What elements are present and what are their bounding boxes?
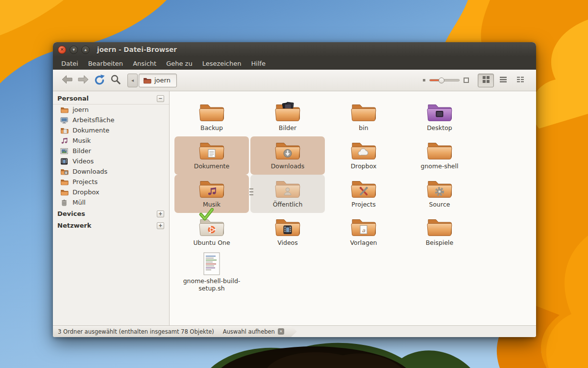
sidebar-item-projects[interactable]: Projects [53, 177, 169, 187]
file-item-videos[interactable]: Videos [250, 213, 325, 251]
sidebar-item-label: Arbeitsfläche [73, 116, 115, 124]
breadcrumb-collapse-button[interactable]: ◂ [127, 74, 138, 87]
search-button[interactable] [107, 72, 123, 88]
file-item-source[interactable]: Source [402, 175, 477, 213]
reload-icon [94, 74, 105, 87]
file-item-ubuntu-one[interactable]: Ubuntu One [174, 213, 249, 251]
file-item-label: Öffentlich [273, 201, 303, 208]
shell-script-icon [201, 253, 222, 276]
sidebar-item-videos[interactable]: Videos [53, 156, 169, 166]
sidebar-item-bilder[interactable]: Bilder [53, 146, 169, 156]
file-item-vorlagen[interactable]: a Vorlagen [326, 213, 401, 251]
statusbar: 3 Ordner ausgewählt (enthalten insgesamt… [53, 325, 536, 337]
file-item-dropbox[interactable]: Dropbox [326, 136, 401, 175]
titlebar[interactable]: ✕▾▴ joern - Datei-Browser [53, 42, 536, 57]
folder-music-icon [198, 176, 225, 200]
file-item-musik[interactable]: Musik [174, 175, 249, 213]
sidebar-item-dropbox[interactable]: Dropbox [53, 187, 169, 197]
back-button[interactable] [59, 72, 75, 88]
folder-templates-icon: a [350, 214, 377, 238]
file-item-label: Musik [203, 201, 220, 208]
sidebar-item-arbeitsfl-che[interactable]: Arbeitsfläche [53, 115, 169, 125]
close-icon[interactable]: ✕ [278, 328, 284, 335]
folder-ubuntu-one-icon [198, 214, 225, 238]
sidebar-item-label: Müll [73, 199, 86, 206]
file-item-bin[interactable]: bin [326, 98, 401, 136]
desktop: ✕▾▴ joern - Datei-Browser DateiBearbeite… [0, 0, 588, 368]
file-item-gnome-shell[interactable]: gnome-shell [402, 136, 477, 175]
menu-lesezeichen[interactable]: Lesezeichen [197, 58, 246, 69]
sidebar-item-label: Projects [73, 178, 98, 185]
folder-icon [60, 179, 69, 185]
menu-gehe-zu[interactable]: Gehe zu [161, 58, 197, 69]
maximize-button[interactable]: ▴ [81, 46, 90, 54]
sidebar-item-label: Downloads [73, 168, 107, 175]
sidebar-section-personal[interactable]: Personal − [53, 92, 169, 105]
window-title: joern - Datei-Browser [97, 46, 177, 53]
breadcrumb-joern-button[interactable]: joern [139, 74, 177, 87]
file-item-ffentlich[interactable]: Öffentlich [250, 175, 325, 213]
minimize-button[interactable]: ▾ [70, 46, 78, 54]
file-item-bilder[interactable]: Bilder [250, 98, 325, 136]
file-item-label: Dokumente [194, 162, 229, 170]
sidebar-item-m-ll[interactable]: Müll [53, 197, 169, 208]
expand-network-button[interactable]: + [157, 222, 164, 229]
sidebar-item-downloads[interactable]: Downloads [53, 166, 169, 177]
zoom-slider-handle[interactable] [439, 78, 444, 83]
sidebar-item-joern[interactable]: joern [53, 105, 169, 115]
documents-icon [60, 127, 69, 134]
folder-videos-icon [274, 214, 301, 238]
sidebar-item-musik[interactable]: Musik [53, 135, 169, 146]
music-icon [60, 137, 69, 144]
file-item-label: Bilder [279, 124, 296, 131]
trash-icon [60, 199, 69, 206]
sidebar-section-network[interactable]: Netzwerk + [53, 219, 169, 231]
sidebar-item-dokumente[interactable]: Dokumente [53, 125, 169, 135]
list-view-button[interactable] [495, 74, 511, 87]
file-item-label: Vorlagen [350, 239, 377, 246]
zoom-out-icon[interactable] [423, 79, 425, 81]
folder-projects-icon [350, 176, 377, 200]
folder-icon [198, 100, 225, 123]
forward-icon [77, 75, 89, 86]
sidebar-personal-list: joern Arbeitsfläche Dokumente Musik Bild… [53, 105, 169, 208]
zoom-control [423, 78, 469, 83]
expand-devices-button[interactable]: + [157, 210, 164, 217]
menu-datei[interactable]: Datei [56, 58, 83, 69]
file-item-dokumente[interactable]: Dokumente [174, 136, 249, 175]
forward-button[interactable] [75, 72, 91, 88]
sync-check-emblem-icon [199, 208, 214, 223]
icon-view-button[interactable] [478, 74, 494, 87]
file-item-desktop[interactable]: Desktop [402, 98, 477, 136]
sidebar-section-devices[interactable]: Devices + [53, 208, 169, 219]
folder-icon [426, 138, 453, 161]
folder-dropbox-icon [350, 138, 377, 161]
breadcrumb-label: joern [154, 77, 171, 84]
close-button[interactable]: ✕ [58, 46, 66, 54]
sidebar-item-label: joern [73, 106, 89, 113]
zoom-in-icon[interactable] [464, 78, 469, 83]
zoom-slider[interactable] [429, 79, 460, 81]
toolbar: ◂ joern [53, 70, 536, 91]
menu-bearbeiten[interactable]: Bearbeiten [83, 58, 128, 69]
file-item-backup[interactable]: Backup [174, 98, 249, 136]
svg-text:a: a [362, 227, 366, 234]
menubar: DateiBearbeitenAnsichtGehe zuLesezeichen… [53, 57, 536, 70]
file-item-beispiele[interactable]: Beispiele [402, 213, 477, 251]
file-item-downloads[interactable]: Downloads [250, 136, 325, 175]
icon-view[interactable]: Backup Bilder bin Desktop Dokumente [170, 91, 536, 325]
sidebar-item-label: Dropbox [73, 188, 99, 196]
selection-info-ribbon: 3 Ordner ausgewählt (enthalten insgesamt… [53, 326, 297, 337]
file-item-projects[interactable]: Projects [326, 175, 401, 213]
videos-icon [60, 158, 69, 165]
menu-ansicht[interactable]: Ansicht [128, 58, 161, 69]
file-item-label: Beispiele [426, 239, 454, 246]
collapse-section-button[interactable]: − [157, 95, 164, 102]
folder-icon [426, 214, 453, 238]
clear-selection-button[interactable]: Auswahl aufheben ✕ [223, 328, 284, 335]
compact-view-button[interactable] [512, 74, 528, 87]
file-item-gnome-shell-build-setup-sh[interactable]: gnome-shell-build-setup.sh [174, 251, 249, 292]
folder-icon [60, 189, 69, 196]
menu-hilfe[interactable]: Hilfe [246, 58, 271, 69]
reload-button[interactable] [91, 72, 107, 88]
